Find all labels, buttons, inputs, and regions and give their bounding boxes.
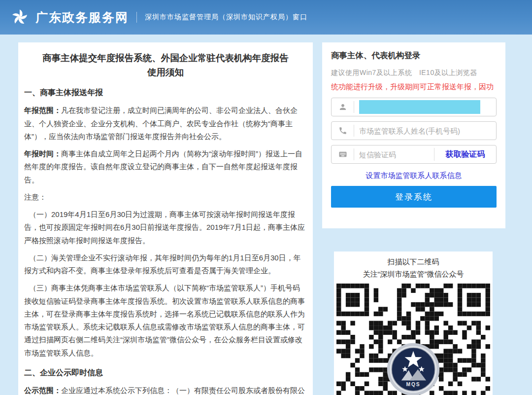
annual-report-scope-paragraph: 年报范围：凡在我市登记注册，成立时间已满周年的公司、非公司企业法人、合伙企业、个…: [24, 104, 307, 143]
get-verification-code-button[interactable]: 获取验证码: [434, 148, 496, 161]
annual-report-time-paragraph: 年报时间：商事主体自成立周年之日起两个月内（简称为“滚动年报时间”）报送上一自然…: [24, 147, 307, 186]
contact-phone-input-row: [331, 121, 497, 140]
qr-caption-line2: 关注“深圳市场监管”微信公众号: [334, 268, 493, 281]
qr-code-wrapper: MQS: [336, 283, 490, 395]
site-name[interactable]: 广东政务服务网: [35, 9, 129, 26]
department-window-label: 深圳市市场监督管理局（深圳市知识产权局）窗口: [145, 13, 307, 22]
section1-heading: 一、商事主体报送年报: [24, 86, 307, 100]
section2-heading: 二、企业公示即时信息: [24, 366, 307, 380]
login-title: 商事主体、代表机构登录: [331, 50, 497, 61]
notice-title: 商事主体提交年度报告系统、外国企业常驻代表机构年度报告 使用须知: [24, 51, 307, 79]
header-divider: [136, 12, 137, 23]
upgrade-notice-marquee: 统功能进行升级，升级期间可正常报送年报，因功: [331, 82, 497, 92]
login-card: 商事主体、代表机构登录 建议使用Win7及以上系统 IE10及以上浏览器 统功能…: [322, 42, 505, 228]
publicity-scope-paragraph: 公示范围：企业应通过本系统公示下列信息：（一）有限责任公司股东或者股份有限公司发…: [24, 384, 307, 395]
scope-label: 年报范围：: [24, 106, 61, 114]
set-contact-info-link[interactable]: 设置市场监管联系人联系信息: [331, 171, 497, 180]
publicity-scope-text: 企业应通过本系统公示下列信息：（一）有限责任公司股东或者股份有限公司发起人认缴和…: [24, 386, 305, 395]
note-label: 注意：: [24, 191, 307, 204]
pinwheel-logo-icon: [11, 8, 29, 26]
notice-title-line2: 使用须知: [24, 66, 307, 80]
user-icon: [332, 101, 354, 113]
note-item-2: （二）海关管理企业不实行滚动年报，其年报时间仍为每年的1月1日至6月30日，年报…: [24, 251, 307, 278]
login-button[interactable]: 登录系统: [331, 186, 497, 208]
keyboard-icon: [332, 148, 354, 160]
market-supervision-badge-icon: MQS: [386, 342, 441, 395]
phone-icon: [332, 125, 354, 137]
site-header: 广东政务服务网 深圳市市场监督管理局（深圳市知识产权局）窗口: [0, 0, 532, 35]
usage-notice-panel: 商事主体提交年度报告系统、外国企业常驻代表机构年度报告 使用须知 一、商事主体报…: [18, 42, 313, 395]
time-text: 商事主体自成立周年之日起两个月内（简称为“滚动年报时间”）报送上一自然年度的年度…: [24, 149, 302, 184]
note-item-1: （一）2019年4月1日至6月30日为过渡期，商事主体可按滚动年报时间报送年度报…: [24, 208, 307, 247]
contact-name-input[interactable]: [354, 98, 496, 116]
sms-code-input-row: 获取验证码: [331, 145, 497, 164]
badge-text: MQS: [406, 381, 421, 387]
publicity-scope-label: 公示范围：: [24, 386, 61, 395]
notice-title-line1: 商事主体提交年度报告系统、外国企业常驻代表机构年度报告: [24, 51, 307, 66]
time-label: 年报时间：: [24, 149, 61, 158]
qr-card: 扫描以下二维码 关注“深圳市场监管”微信公众号 MQS: [334, 251, 493, 395]
qr-caption-line1: 扫描以下二维码: [334, 256, 493, 268]
browser-tip: 建议使用Win7及以上系统 IE10及以上浏览器: [331, 69, 497, 77]
note-item-3: （三）商事主体凭商事主体市场监管联系人（以下简称“市场监管联系人”）手机号码接收…: [24, 282, 307, 359]
contact-phone-input[interactable]: [354, 122, 496, 140]
scope-text: 凡在我市登记注册，成立时间已满周年的公司、非公司企业法人、合伙企业、个人独资企业…: [24, 106, 298, 141]
sms-code-input[interactable]: [354, 145, 434, 163]
contact-name-input-row: [331, 98, 497, 116]
